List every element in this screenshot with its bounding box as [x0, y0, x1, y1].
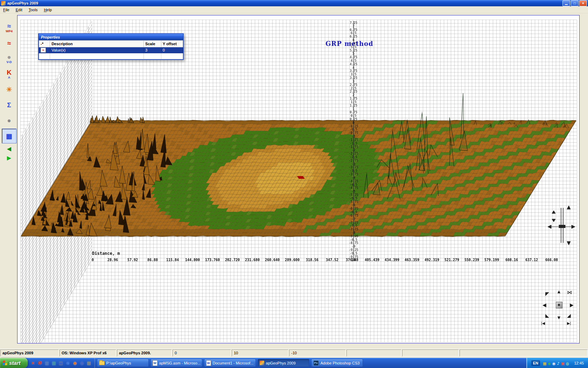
quicklaunch-ie-icon[interactable]: e	[65, 360, 71, 366]
scale-up-small-arrow	[552, 211, 555, 213]
menu-tools[interactable]: Tools	[26, 7, 41, 13]
window-titlebar[interactable]: apGeoPhys 2009 □ ×	[0, 0, 588, 6]
taskbar-button[interactable]: P:\apGeoPhys	[97, 359, 149, 367]
rotate-up-arrow[interactable]: ▲	[556, 289, 561, 294]
folder-icon	[99, 361, 105, 365]
maximize-button[interactable]: □	[571, 0, 579, 6]
properties-titlebar[interactable]: Properties	[39, 34, 183, 40]
tool-prev-button[interactable]: ◀	[5, 145, 13, 152]
menubar: FileEditToolsHelp	[0, 6, 588, 13]
tray-2-icon[interactable]: ◈	[548, 361, 551, 366]
status-segment-6	[346, 349, 401, 356]
tool-icon-chip[interactable]: ▦	[2, 129, 16, 143]
scale-slider-handle	[559, 225, 565, 228]
step-forward-arrow[interactable]: ▶|	[567, 321, 571, 325]
menu-file[interactable]: File	[0, 7, 13, 13]
props-cell-description: Value(x)	[50, 47, 144, 53]
status-segment-0: apGeoPhys 2009	[0, 349, 59, 356]
task-buttons: P:\apGeoPhysWapMSG.asm - Microso...WDocu…	[95, 359, 526, 367]
tool-icon-k-a[interactable]: KA	[2, 67, 16, 81]
v-d-icon: ●	[7, 54, 11, 60]
app-icon	[1, 1, 6, 6]
step-back-arrow[interactable]: |◀	[541, 321, 545, 325]
plot-area: GRP method Distance, m 10 7.2576.756.56.…	[17, 15, 580, 343]
quick-launch-bar: ×Ø▥▦◫e◉◍▤	[28, 358, 95, 368]
language-indicator[interactable]: EN	[531, 360, 540, 366]
scale-right-arrow	[572, 225, 575, 229]
scale-widget[interactable]	[547, 205, 576, 246]
tray-6-icon[interactable]: ◍	[566, 361, 569, 366]
quicklaunch-media-orange-icon[interactable]: ◉	[72, 360, 78, 366]
properties-title: Properties	[41, 35, 60, 39]
tray-4-icon[interactable]: ♪	[557, 361, 559, 366]
tray-5-icon[interactable]: ▣	[561, 361, 564, 366]
minimize-icon	[565, 4, 568, 5]
start-button[interactable]: start	[0, 358, 28, 368]
quicklaunch-close-red-icon[interactable]: ×	[30, 360, 36, 366]
windows-flag-icon	[2, 361, 8, 365]
task-label: apGeoPhys 2009	[266, 361, 296, 365]
task-label: apMSG.asm - Microso...	[159, 361, 201, 365]
quicklaunch-no-entry-icon[interactable]: Ø	[37, 360, 43, 366]
status-segment-5: -10	[289, 349, 346, 356]
start-label: start	[9, 360, 21, 366]
rotate-se-arrow[interactable]: ◢	[567, 313, 571, 318]
rotate-pad: ◤▲⋈◀▶◣▼◢|◀▶|	[541, 288, 578, 326]
properties-table: -*DescriptionScaleY offset≈Value(x)30	[39, 40, 183, 59]
tool-icon-sigma[interactable]: Σ	[2, 98, 16, 111]
scale-down-small-arrow	[552, 219, 555, 222]
props-column-0: -*	[39, 41, 50, 47]
signal-icon: ≈	[7, 40, 11, 47]
tool-icon-wp4[interactable]: ≈WP4	[2, 21, 16, 34]
quicklaunch-monitor-icon[interactable]: ◫	[58, 360, 64, 366]
rotate-left-arrow[interactable]: ◀	[542, 302, 546, 307]
props-column-2: Scale	[144, 41, 161, 47]
wp4-label: WP4	[6, 30, 13, 33]
taskbar-button[interactable]: PsAdobe Photoshop CS3	[311, 359, 363, 367]
status-segment-8	[460, 349, 588, 356]
left-toolbar: ≈WP4≈●V-DKA☀Σ●▦◀▶	[2, 21, 16, 161]
tool-icon-signal[interactable]: ≈	[2, 36, 16, 50]
quicklaunch-app-blue-icon[interactable]: ▥	[44, 360, 50, 366]
close-button[interactable]: ×	[579, 0, 587, 6]
rotate-center-knob[interactable]	[556, 302, 562, 308]
menu-edit[interactable]: Edit	[13, 7, 26, 13]
tray-1-icon[interactable]: ▦	[543, 361, 546, 366]
scale-down-arrow	[567, 241, 570, 245]
menu-help[interactable]: Help	[41, 7, 55, 13]
app-icon	[260, 361, 264, 365]
status-segment-4: 10	[232, 349, 288, 356]
screen: apGeoPhys 2009 □ × FileEditToolsHelp ≈WP…	[0, 0, 588, 368]
quicklaunch-misc-icon[interactable]: ▤	[86, 360, 92, 366]
maximize-icon: □	[574, 1, 576, 5]
tool-icon-v-d[interactable]: ●V-D	[2, 52, 16, 65]
props-column-1: Description	[50, 41, 144, 47]
props-cell-y_offset: 0	[161, 47, 183, 53]
tool-icon-sphere[interactable]: ●	[2, 114, 16, 127]
sphere-icon: ●	[7, 117, 11, 124]
rotate-down-arrow[interactable]: ▼	[556, 315, 561, 320]
rotate-sw-arrow[interactable]: ◣	[545, 313, 549, 318]
burst-icon: ☀	[6, 86, 12, 93]
tool-next-button[interactable]: ▶	[5, 154, 13, 161]
v-d-label: V-D	[6, 61, 12, 64]
rotate-ne-arrow[interactable]: ⋈	[567, 290, 572, 295]
close-icon: ×	[582, 1, 584, 5]
taskbar-button[interactable]: apGeoPhys 2009	[258, 359, 309, 367]
minimize-button[interactable]	[562, 0, 570, 6]
quicklaunch-grid-teal-icon[interactable]: ▦	[51, 360, 57, 366]
word-doc-icon: W	[153, 360, 158, 366]
tray-3-icon[interactable]: ◉	[552, 361, 556, 366]
rotate-nw-arrow[interactable]: ◤	[545, 291, 549, 296]
tray-icons: ▦◈◉♪▣◍	[542, 360, 570, 366]
taskbar-button[interactable]: WDocument1 - Microsof...	[204, 359, 256, 367]
props-row[interactable]: ≈Value(x)30	[39, 47, 183, 53]
k-a-label: A	[8, 76, 10, 79]
rotate-right-arrow[interactable]: ▶	[570, 302, 574, 307]
tool-icon-burst[interactable]: ☀	[2, 83, 16, 96]
props-column-3: Y offset	[161, 41, 183, 47]
quicklaunch-msn-icon[interactable]: ◍	[79, 360, 85, 366]
k-a-icon: K	[7, 69, 12, 76]
taskbar-button[interactable]: WapMSG.asm - Microso...	[150, 359, 202, 367]
plot-canvas-3d-view[interactable]	[18, 15, 579, 343]
